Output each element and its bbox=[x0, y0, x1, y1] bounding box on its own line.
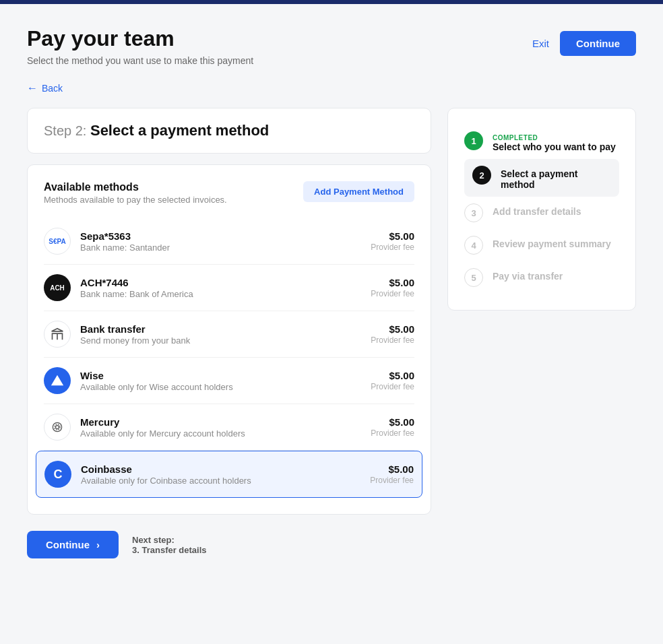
bank-fee-label: Provider fee bbox=[371, 335, 414, 345]
step-text-1: COMPLETED Select who you want to pay bbox=[493, 131, 616, 152]
ach-fee-amount: $5.00 bbox=[371, 277, 414, 288]
bank-fee: $5.00 Provider fee bbox=[371, 323, 414, 345]
sepa-icon: S€PA bbox=[44, 228, 71, 255]
continue-arrow-icon: › bbox=[96, 539, 100, 550]
steps-panel: 1 COMPLETED Select who you want to pay 2… bbox=[447, 108, 636, 311]
step-badge-2: 2 bbox=[472, 166, 491, 185]
method-row-coinbase[interactable]: C Coinbasse Available only for Coinbase … bbox=[36, 451, 422, 498]
page-header: Pay your team Select the method you want… bbox=[27, 26, 636, 66]
bank-fee-amount: $5.00 bbox=[371, 323, 414, 335]
right-panel: 1 COMPLETED Select who you want to pay 2… bbox=[447, 108, 636, 558]
methods-header-text: Available methods Methods available to p… bbox=[44, 181, 227, 205]
ach-info: ACH*7446 Bank name: Bank of America bbox=[80, 277, 371, 299]
page-title: Pay your team bbox=[27, 26, 253, 51]
step-number-1: 1 bbox=[471, 136, 476, 146]
step-header-card: Step 2: Select a payment method bbox=[27, 108, 431, 154]
main-content: Step 2: Select a payment method Availabl… bbox=[27, 108, 636, 558]
bank-desc: Send money from your bank bbox=[80, 335, 371, 346]
add-payment-method-button[interactable]: Add Payment Method bbox=[303, 181, 414, 202]
wise-name: Wise bbox=[80, 370, 371, 381]
coinbase-fee-amount: $5.00 bbox=[370, 463, 414, 475]
step-item-2: 2 Select a payment method bbox=[464, 159, 619, 197]
coinbase-name: Coinbasse bbox=[81, 463, 370, 475]
coinbase-icon: C bbox=[44, 461, 71, 488]
step-item-1: 1 COMPLETED Select who you want to pay bbox=[464, 125, 619, 159]
page-subtitle: Select the method you want use to make t… bbox=[27, 55, 253, 66]
step-item-3: 3 Add transfer details bbox=[464, 197, 619, 229]
coinbase-fee: $5.00 Provider fee bbox=[370, 463, 414, 485]
method-row-mercury[interactable]: Mercury Available only for Mercury accou… bbox=[44, 404, 414, 451]
ach-fee: $5.00 Provider fee bbox=[371, 277, 414, 298]
method-row-wise[interactable]: Wise Available only for Wise account hol… bbox=[44, 358, 414, 404]
step-number-2: 2 bbox=[479, 170, 484, 181]
methods-title: Available methods bbox=[44, 181, 227, 193]
methods-subtitle: Methods available to pay the selected in… bbox=[44, 195, 227, 205]
coinbase-fee-label: Provider fee bbox=[370, 476, 414, 485]
sepa-name: Sepa*5363 bbox=[80, 230, 371, 242]
method-row-ach[interactable]: ACH ACH*7446 Bank name: Bank of America … bbox=[44, 265, 414, 311]
wise-info: Wise Available only for Wise account hol… bbox=[80, 370, 371, 392]
step-title: Select a payment method bbox=[90, 122, 269, 139]
continue-button-top[interactable]: Continue bbox=[560, 31, 636, 56]
sepa-info: Sepa*5363 Bank name: Santander bbox=[80, 230, 371, 253]
wise-fee: $5.00 Provider fee bbox=[371, 370, 414, 391]
step-text-3: Add transfer details bbox=[493, 203, 581, 217]
continue-button-bottom[interactable]: Continue › bbox=[27, 531, 119, 558]
left-panel: Step 2: Select a payment method Availabl… bbox=[27, 108, 431, 558]
ach-name: ACH*7446 bbox=[80, 277, 371, 288]
exit-button[interactable]: Exit bbox=[532, 38, 549, 49]
next-step-info: Next step: 3. Transfer details bbox=[132, 535, 207, 555]
step-label-4: Review payment summary bbox=[493, 238, 611, 249]
step-text-2: Select a payment method bbox=[501, 166, 611, 190]
coinbase-icon-label: C bbox=[54, 468, 63, 482]
bank-name: Bank transfer bbox=[80, 323, 371, 335]
step-item-4: 4 Review payment summary bbox=[464, 229, 619, 261]
mercury-fee-label: Provider fee bbox=[371, 428, 414, 438]
sepa-fee-amount: $5.00 bbox=[371, 230, 414, 242]
coinbase-desc: Available only for Coinbase account hold… bbox=[81, 476, 370, 486]
methods-card: Available methods Methods available to p… bbox=[27, 164, 431, 515]
bottom-bar: Continue › Next step: 3. Transfer detail… bbox=[27, 531, 431, 558]
mercury-fee-amount: $5.00 bbox=[371, 416, 414, 428]
step-text-4: Review payment summary bbox=[493, 236, 611, 249]
wise-fee-label: Provider fee bbox=[371, 382, 414, 391]
step-prefix: Step 2: Select a payment method bbox=[44, 123, 269, 138]
next-step-value: 3. Transfer details bbox=[132, 545, 207, 555]
svg-point-2 bbox=[56, 426, 59, 429]
methods-header: Available methods Methods available to p… bbox=[44, 181, 414, 205]
bank-info: Bank transfer Send money from your bank bbox=[80, 323, 371, 346]
mercury-info: Mercury Available only for Mercury accou… bbox=[80, 416, 371, 439]
step-label-1: Select who you want to pay bbox=[493, 141, 616, 152]
sepa-desc: Bank name: Santander bbox=[80, 243, 371, 253]
sepa-fee-label: Provider fee bbox=[371, 243, 414, 252]
wise-desc: Available only for Wise account holders bbox=[80, 382, 371, 392]
method-row-sepa[interactable]: S€PA Sepa*5363 Bank name: Santander $5.0… bbox=[44, 218, 414, 265]
step-item-5: 5 Pay via transfer bbox=[464, 261, 619, 294]
mercury-desc: Available only for Mercury account holde… bbox=[80, 428, 371, 439]
step-text-5: Pay via transfer bbox=[493, 268, 563, 282]
header-left: Pay your team Select the method you want… bbox=[27, 26, 253, 66]
step-label-3: Add transfer details bbox=[493, 206, 581, 217]
back-link[interactable]: ← Back bbox=[27, 82, 636, 94]
step-badge-4: 4 bbox=[464, 236, 483, 255]
mercury-icon bbox=[44, 414, 71, 441]
step-number-3: 3 bbox=[471, 208, 476, 218]
wise-fee-amount: $5.00 bbox=[371, 370, 414, 381]
step-number-5: 5 bbox=[471, 273, 476, 283]
back-arrow-icon: ← bbox=[27, 82, 38, 94]
mercury-fee: $5.00 Provider fee bbox=[371, 416, 414, 438]
step-badge-3: 3 bbox=[464, 203, 483, 222]
next-step-prefix: Next step: bbox=[132, 535, 207, 545]
continue-bottom-label: Continue bbox=[46, 539, 90, 550]
step-number-4: 4 bbox=[471, 240, 476, 251]
back-label: Back bbox=[42, 83, 63, 94]
svg-marker-0 bbox=[51, 375, 63, 386]
method-row-bank[interactable]: Bank transfer Send money from your bank … bbox=[44, 311, 414, 358]
step-status-1: COMPLETED bbox=[493, 134, 616, 141]
bank-icon bbox=[44, 321, 71, 348]
step-badge-1: 1 bbox=[464, 131, 483, 150]
ach-desc: Bank name: Bank of America bbox=[80, 289, 371, 299]
step-label-2: Select a payment method bbox=[501, 168, 611, 190]
ach-fee-label: Provider fee bbox=[371, 289, 414, 298]
wise-icon bbox=[44, 367, 71, 394]
